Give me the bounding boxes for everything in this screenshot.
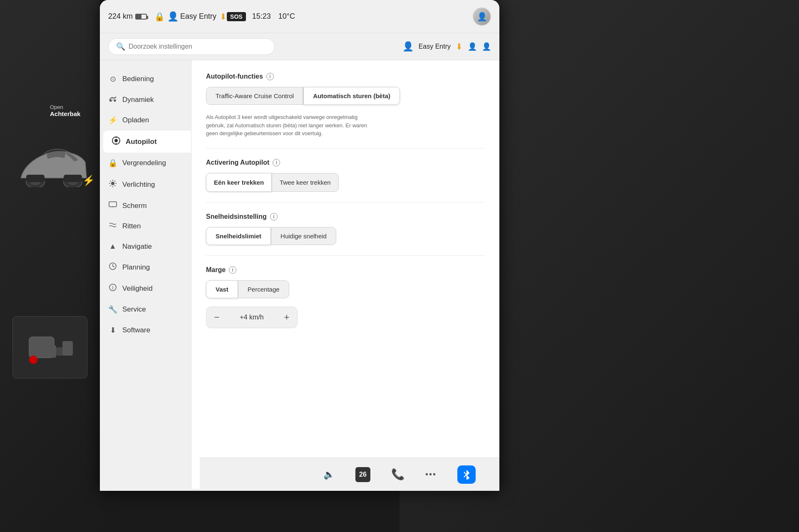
taskbar: 🔈 26 📞 •••	[200, 458, 499, 491]
svg-line-25	[114, 181, 115, 182]
activation-options: Eén keer trekken Twee keer trekken	[206, 173, 485, 192]
sidebar-item-software[interactable]: ⬇ Software	[100, 320, 191, 341]
divider-3	[206, 255, 485, 256]
scherm-icon	[108, 201, 117, 210]
divider-1	[206, 148, 485, 148]
sos-badge: SOS	[227, 12, 246, 21]
autosteer-option[interactable]: Automatisch sturen (bèta)	[303, 87, 400, 105]
search-bar-area: 🔍 👤 Easy Entry ⬇ 👤 👤	[100, 33, 499, 60]
profile-icon-status: 👤	[167, 11, 179, 22]
calendar-taskbar-item[interactable]: 26	[355, 467, 370, 482]
left-panel: Open Achterbak ⚡	[0, 0, 100, 532]
range-display: 224 km	[108, 12, 147, 21]
autopilot-functions-info-icon[interactable]: i	[266, 73, 274, 80]
software-icon: ⬇	[108, 326, 117, 335]
thumbnail-widget	[12, 316, 87, 379]
verlichting-icon	[108, 179, 117, 190]
svg-point-18	[111, 182, 114, 185]
volume-taskbar-item[interactable]: 🔈	[323, 469, 335, 480]
veiligheid-icon: i	[108, 284, 117, 293]
sidebar-item-dynamiek[interactable]: Dynamiek	[100, 89, 191, 110]
svg-rect-7	[50, 345, 56, 358]
svg-point-15	[114, 139, 118, 142]
open-trunk-label: Open Achterbak	[50, 104, 80, 117]
dots-taskbar-item[interactable]: •••	[425, 470, 437, 479]
profile-avatar-area: 👤	[473, 7, 491, 26]
search-input[interactable]	[129, 43, 267, 50]
tacc-option[interactable]: Traffic-Aware Cruise Control	[206, 87, 303, 105]
speed-setting-title: Snelheidsinstelling i	[206, 213, 485, 220]
margin-info-icon[interactable]: i	[229, 266, 236, 274]
speed-control: − +4 km/h +	[206, 307, 298, 328]
speed-increase-button[interactable]: +	[276, 307, 297, 328]
sidebar-item-service[interactable]: 🔧 Service	[100, 299, 191, 320]
svg-line-24	[114, 185, 115, 186]
svg-line-26	[110, 185, 111, 186]
charging-icon: ⚡	[82, 175, 95, 186]
huidige-snelheid-option[interactable]: Huidige snelheid	[271, 227, 336, 245]
sidebar-item-scherm[interactable]: Scherm	[100, 195, 191, 216]
search-icon: 🔍	[116, 42, 125, 51]
settings-panel: Autopilot-functies i Traffic-Aware Cruis…	[191, 60, 499, 489]
main-screen: 224 km 🔒 👤 Easy Entry ⬇ SOS 15:23 10°C	[100, 0, 499, 491]
activation-title: Activering Autopilot i	[206, 159, 485, 166]
bluetooth-icon	[457, 465, 476, 484]
sidebar-item-veiligheid[interactable]: i Veiligheid	[100, 278, 191, 299]
sidebar-item-bediening[interactable]: ⊙ Bediening	[100, 69, 191, 89]
temp-display: 10°C	[278, 12, 295, 21]
svg-point-12	[110, 100, 112, 102]
speed-setting-options: Snelheidslimiet Huidige snelheid	[206, 227, 485, 245]
search-profile-icon: 👤	[402, 41, 414, 52]
autopilot-functions-section: Autopilot-functies i Traffic-Aware Cruis…	[206, 73, 485, 138]
autopilot-functions-options: Traffic-Aware Cruise Control Automatisch…	[206, 87, 485, 105]
sidebar-item-vergrendeling[interactable]: 🔒 Vergrendeling	[100, 153, 191, 173]
svg-point-9	[29, 356, 37, 364]
battery-icon	[135, 14, 147, 20]
time-display: 15:23	[252, 12, 271, 21]
autopilot-description: Als Autopilot 3 keer wordt uitgeschakeld…	[206, 113, 372, 138]
phone-taskbar-item[interactable]: 📞	[391, 468, 404, 481]
sidebar-item-verlichting[interactable]: Verlichting	[100, 173, 191, 195]
profile-avatar: 👤	[473, 7, 491, 26]
vergrendeling-icon: 🔒	[108, 158, 117, 168]
activation-info-icon[interactable]: i	[273, 159, 280, 166]
een-keer-option[interactable]: Eén keer trekken	[206, 173, 272, 192]
phone-icon: 📞	[391, 468, 404, 481]
margin-section: Marge i Vast Percentage − +4 km	[206, 266, 485, 328]
search-right-area: 👤 Easy Entry ⬇ 👤 👤	[402, 41, 491, 52]
margin-title: Marge i	[206, 266, 485, 274]
twee-keer-option[interactable]: Twee keer trekken	[272, 173, 339, 192]
navigatie-icon: ▲	[108, 242, 117, 251]
planning-icon	[108, 262, 117, 272]
sidebar-item-navigatie[interactable]: ▲ Navigatie	[100, 236, 191, 257]
volume-icon: 🔈	[323, 469, 335, 480]
lock-icon-status: 🔒	[154, 12, 165, 22]
sidebar-item-autopilot[interactable]: Autopilot	[103, 131, 191, 153]
dynamiek-icon	[108, 95, 117, 104]
sidebar-item-planning[interactable]: Planning	[100, 257, 191, 278]
divider-2	[206, 202, 485, 203]
vast-option[interactable]: Vast	[206, 280, 238, 298]
search-input-wrapper[interactable]: 🔍	[108, 38, 275, 55]
svg-rect-27	[109, 202, 117, 207]
sidebar-item-opladen[interactable]: ⚡ Opladen	[100, 110, 191, 131]
svg-rect-10	[62, 341, 73, 356]
calendar-icon: 26	[355, 467, 370, 482]
svg-rect-4	[26, 175, 45, 182]
speed-setting-info-icon[interactable]: i	[270, 213, 278, 220]
sidebar-item-ritten[interactable]: Ritten	[100, 216, 191, 236]
svg-rect-5	[64, 175, 82, 182]
sidebar: ⊙ Bediening Dynamiek ⚡ Opladen	[100, 60, 191, 489]
download-icon: ⬇	[220, 12, 227, 22]
speed-decrease-button[interactable]: −	[206, 307, 227, 328]
ritten-icon	[108, 222, 117, 230]
activation-section: Activering Autopilot i Eén keer trekken …	[206, 159, 485, 192]
bluetooth-taskbar-item[interactable]	[457, 465, 476, 484]
svg-point-13	[114, 100, 116, 102]
percentage-option[interactable]: Percentage	[238, 280, 289, 298]
opladen-icon: ⚡	[108, 116, 117, 125]
svg-line-31	[113, 266, 114, 267]
main-content: ⊙ Bediening Dynamiek ⚡ Opladen	[100, 60, 499, 489]
snelheidslimiet-option[interactable]: Snelheidslimiet	[206, 227, 271, 245]
autopilot-functions-title: Autopilot-functies i	[206, 73, 485, 80]
